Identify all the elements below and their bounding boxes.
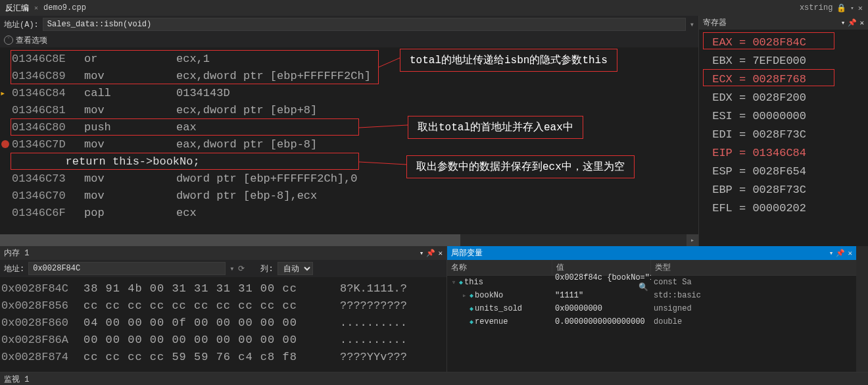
dropdown-icon[interactable]: ▾ — [229, 264, 234, 274]
register-esi[interactable]: ESI = 00000000 — [706, 107, 861, 126]
pin-icon[interactable]: 📌 — [836, 249, 845, 257]
asm-line[interactable]: ▸01346C84call0134143D — [0, 84, 698, 101]
panel-dropdown-icon[interactable]: ▾ — [841, 18, 846, 27]
locals-panel: 局部变量 ▾ 📌 ✕ 名称 值 类型 ▿◆this0x0028f84c {boo… — [447, 246, 856, 372]
register-eax[interactable]: EAX = 0028F84C — [706, 34, 861, 52]
dropdown-icon[interactable]: ▾ — [850, 5, 854, 12]
registers-panel: 寄存器 ▾ 📌 ✕ EAX = 0028F84C EBX = 7EFDE000 … — [698, 16, 868, 246]
lock-icon: 🔒 — [836, 3, 846, 13]
disassembly-panel: 地址(A): ▾ ˇ 查看选项 01346C8Eorecx,101346C89m… — [0, 16, 698, 246]
callout-2: 取出total的首地址并存入eax中 — [408, 116, 583, 139]
local-row[interactable]: ◆revenue0.00000000000000000double — [447, 315, 856, 328]
file-tabs: 反汇编 ✕ demo9.cpp xstring 🔒 ▾ ✕ — [0, 0, 868, 16]
expand-icon[interactable]: ▹ — [460, 292, 468, 299]
pin-icon[interactable]: 📌 — [426, 249, 435, 257]
close-icon[interactable]: ✕ — [848, 249, 852, 257]
register-efl[interactable]: EFL = 00000202 — [706, 199, 861, 218]
horizontal-scrollbar[interactable]: ▸ — [0, 234, 698, 246]
chevron-down-icon[interactable]: ˇ — [4, 36, 13, 45]
panel-dropdown-icon[interactable]: ▾ — [420, 249, 424, 257]
local-row[interactable]: ▿◆this0x0028f84c {bookNo="111🔍const Sa — [447, 276, 856, 289]
view-options-label[interactable]: 查看选项 — [16, 35, 47, 46]
close-icon[interactable]: ✕ — [858, 3, 863, 13]
locals-title: 局部变量 — [451, 247, 483, 259]
col-type[interactable]: 类型 — [651, 260, 856, 275]
memory-panel: 内存 1 ▾ 📌 ✕ 地址: ▾ ⟳ 列: 自动 0x0028F84C38 91… — [0, 246, 447, 372]
variable-icon: ◆ — [470, 305, 473, 313]
address-label: 地址(A): — [4, 19, 39, 30]
panel-dropdown-icon[interactable]: ▾ — [829, 249, 834, 257]
local-row[interactable]: ▹◆bookNo"1111"std::basic — [447, 289, 856, 302]
breakpoint-icon[interactable] — [1, 140, 9, 148]
registers-body: EAX = 0028F84C EBX = 7EFDE000 ECX = 0028… — [699, 30, 868, 222]
memory-row[interactable]: 0x0028F84C38 91 4b 00 31 31 31 31 00 cc8… — [0, 280, 446, 297]
columns-label: 列: — [260, 263, 273, 274]
memory-row[interactable]: 0x0028F874cc cc cc cc 59 59 76 c4 c8 f8?… — [0, 348, 446, 365]
register-edi[interactable]: EDI = 0028F73C — [706, 126, 861, 144]
memory-row[interactable]: 0x0028F86A00 00 00 00 00 00 00 00 00 00.… — [0, 331, 446, 348]
asm-line[interactable]: 01346C81movecx,dword ptr [ebp+8] — [0, 101, 698, 118]
pin-icon[interactable]: ✕ — [34, 4, 38, 12]
address-dropdown-icon[interactable]: ▾ — [690, 20, 694, 30]
register-ecx[interactable]: ECX = 0028F768 — [706, 70, 861, 89]
register-ebp[interactable]: EBP = 0028F73C — [706, 181, 861, 199]
asm-line[interactable]: 01346C70movdword ptr [ebp-8],ecx — [0, 187, 698, 204]
register-esp[interactable]: ESP = 0028F654 — [706, 163, 861, 181]
vertical-scrollbar[interactable] — [856, 246, 868, 372]
register-eip[interactable]: EIP = 01346C84 — [706, 144, 861, 163]
locals-body: ▿◆this0x0028f84c {bookNo="111🔍const Sa▹◆… — [447, 276, 856, 372]
current-line-icon: ▸ — [0, 88, 5, 99]
callout-3: 取出参数中的数据并保存到ecx中，这里为空 — [406, 155, 635, 178]
memory-address-label: 地址: — [4, 263, 24, 274]
pin-icon[interactable]: 📌 — [848, 18, 857, 27]
tab-disassembly[interactable]: 反汇编 — [5, 3, 29, 14]
close-icon[interactable]: ✕ — [438, 249, 443, 257]
memory-address-input[interactable] — [28, 262, 226, 275]
variable-icon: ◆ — [459, 278, 463, 286]
register-ebx[interactable]: EBX = 7EFDE000 — [706, 52, 861, 70]
locals-column-headers: 名称 值 类型 — [447, 260, 856, 276]
memory-body: 0x0028F84C38 91 4b 00 31 31 31 31 00 cc8… — [0, 277, 446, 372]
registers-title: 寄存器 — [703, 17, 727, 28]
callout-1: total的地址传递给isbn的隐式参数this — [400, 49, 617, 72]
variable-icon: ◆ — [470, 292, 473, 299]
refresh-icon[interactable]: ⟳ — [238, 264, 245, 274]
memory-title: 内存 1 — [4, 247, 29, 259]
tab-source[interactable]: demo9.cpp — [43, 3, 86, 13]
asm-line[interactable]: 01346C7Dmoveax,dword ptr [ebp-8] — [0, 136, 698, 153]
columns-select[interactable]: 自动 — [277, 262, 313, 275]
close-icon[interactable]: ✕ — [859, 18, 864, 27]
watch-tab[interactable]: 监视 1 — [0, 372, 868, 385]
local-row[interactable]: ◆units_sold0x00000000unsigned — [447, 302, 856, 315]
memory-row[interactable]: 0x0028F856cc cc cc cc cc cc cc cc cc cc?… — [0, 297, 446, 314]
col-name[interactable]: 名称 — [447, 260, 552, 275]
expand-icon[interactable]: ▿ — [450, 278, 458, 286]
asm-line[interactable]: 01346C6Fpopecx — [0, 204, 698, 221]
variable-icon: ◆ — [470, 318, 473, 326]
asm-body: 01346C8Eorecx,101346C89movecx,dword ptr … — [0, 47, 698, 234]
register-edx[interactable]: EDX = 0028F200 — [706, 89, 861, 107]
address-input[interactable] — [43, 18, 686, 31]
tab-xstring[interactable]: xstring — [800, 3, 832, 13]
memory-row[interactable]: 0x0028F86004 00 00 00 0f 00 00 00 00 00.… — [0, 314, 446, 331]
asm-line[interactable]: 01346C80pusheax — [0, 118, 698, 136]
